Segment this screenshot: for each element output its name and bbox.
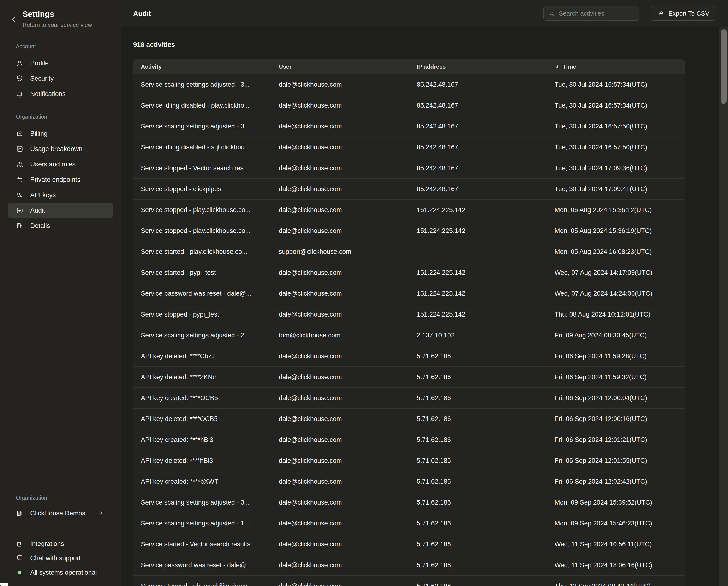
- activity-cell: Service password was reset - dale@...: [133, 562, 271, 569]
- topbar: Audit Export To CSV: [121, 0, 728, 27]
- table-row: Service idling disabled - sql.clickhou..…: [133, 137, 685, 158]
- column-header-activity[interactable]: Activity: [133, 64, 271, 70]
- time-cell: Tue, 30 Jul 2024 16:57:34(UTC): [547, 81, 685, 89]
- user-cell: dale@clickhouse.com: [271, 582, 409, 586]
- time-cell: Tue, 30 Jul 2024 16:57:50(UTC): [547, 144, 685, 151]
- table-row: API key created: ****OCB5 dale@clickhous…: [133, 388, 685, 409]
- scrollbar-thumb[interactable]: [721, 29, 727, 104]
- table-row: Service stopped - play.clickhouse.co... …: [133, 200, 685, 220]
- time-cell: Tue, 30 Jul 2024 16:57:34(UTC): [547, 102, 685, 109]
- column-header-label: IP address: [417, 64, 446, 70]
- activity-cell: API key created: ****bXWT: [133, 478, 271, 485]
- scrollbar-track[interactable]: [719, 27, 728, 586]
- user-cell: dale@clickhouse.com: [271, 562, 409, 569]
- sidebar-item-label: Users and roles: [30, 161, 76, 168]
- table-row: Service password was reset - dale@... da…: [133, 555, 685, 576]
- user-cell: dale@clickhouse.com: [271, 290, 409, 297]
- activity-cell: API key created: ****OCB5: [133, 394, 271, 402]
- sidebar-item-label: Private endpoints: [30, 176, 80, 184]
- ip-address-cell: 5.71.62.186: [409, 394, 547, 402]
- export-to-csv-button[interactable]: Export To CSV: [651, 6, 716, 21]
- window-corner-artifact: [0, 583, 8, 586]
- column-header-label: User: [279, 64, 291, 70]
- sidebar-item-usage-breakdown[interactable]: Usage breakdown: [8, 141, 113, 156]
- activity-cell: Service idling disabled - sql.clickhou..…: [133, 144, 271, 151]
- activity-cell: Service scaling settings adjusted - 2...: [133, 332, 271, 339]
- ip-address-cell: 5.71.62.186: [409, 373, 547, 381]
- time-cell: Thu, 08 Aug 2024 10:12:01(UTC): [547, 311, 685, 318]
- search-input[interactable]: [559, 10, 634, 17]
- sidebar-item-billing[interactable]: Billing: [8, 126, 113, 141]
- column-header-label: Time: [563, 64, 576, 70]
- building-icon: [16, 509, 24, 517]
- users-icon: [16, 161, 24, 168]
- ip-address-cell: 151.224.225.142: [409, 290, 547, 297]
- status-dot: [16, 569, 24, 577]
- sidebar-item-clickhouse-demos[interactable]: ClickHouse Demos: [8, 506, 113, 521]
- section-items: Profile Security Notifications: [0, 55, 121, 102]
- table-row: API key created: ****hBl3 dale@clickhous…: [133, 430, 685, 450]
- activity-cell: Service scaling settings adjusted - 3...: [133, 81, 271, 89]
- sidebar-item-chat-with-support[interactable]: Chat with support: [8, 551, 113, 565]
- search-icon: [548, 10, 555, 17]
- activity-cell: Service started - pypi_test: [133, 269, 271, 276]
- time-cell: Wed, 07 Aug 2024 14:17:09(UTC): [547, 269, 685, 276]
- sidebar-item-api-keys[interactable]: API keys: [8, 187, 113, 203]
- user-cell: dale@clickhouse.com: [271, 478, 409, 485]
- column-header-ip-address[interactable]: IP address: [409, 64, 547, 70]
- chat-icon: [16, 554, 24, 562]
- sidebar-item-security[interactable]: Security: [8, 71, 113, 86]
- sidebar-item-all-systems-operational[interactable]: All systems operational: [8, 565, 113, 580]
- sidebar-item-audit[interactable]: Audit: [8, 203, 113, 218]
- activity-cell: API key deleted: ****2KNc: [133, 373, 271, 381]
- chart-icon: [16, 145, 24, 153]
- table-row: Service scaling settings adjusted - 3...…: [133, 492, 685, 513]
- table-row: Service stopped - pypi_test dale@clickho…: [133, 304, 685, 325]
- activity-cell: Service stopped - pypi_test: [133, 311, 271, 318]
- sidebar-item-private-endpoints[interactable]: Private endpoints: [8, 172, 113, 187]
- user-cell: dale@clickhouse.com: [271, 81, 409, 89]
- ip-address-cell: 5.71.62.186: [409, 457, 547, 464]
- audit-icon: [16, 206, 24, 214]
- column-header-user[interactable]: User: [271, 64, 409, 70]
- sidebar-item-profile[interactable]: Profile: [8, 55, 113, 71]
- table-row: Service started - play.clickhouse.co... …: [133, 241, 685, 262]
- activity-cell: Service started - play.clickhouse.co...: [133, 248, 271, 255]
- user-cell: dale@clickhouse.com: [271, 206, 409, 214]
- column-header-time[interactable]: Time: [547, 64, 685, 70]
- activity-cell: API key deleted: ****CbzJ: [133, 352, 271, 360]
- sidebar-item-integrations[interactable]: Integrations: [8, 537, 113, 551]
- sidebar-header: Settings Return to your service view: [0, 0, 121, 28]
- table-row: Service scaling settings adjusted - 2...…: [133, 325, 685, 346]
- table-row: Service started - pypi_test dale@clickho…: [133, 262, 685, 283]
- user-cell: dale@clickhouse.com: [271, 499, 409, 506]
- ip-address-cell: 85.242.48.167: [409, 123, 547, 130]
- table-row: Service idling disabled - play.clickho..…: [133, 95, 685, 116]
- export-icon: [658, 10, 665, 17]
- time-cell: Fri, 06 Sep 2024 12:01:55(UTC): [547, 457, 685, 464]
- bell-icon: [16, 90, 24, 98]
- table-row: Service password was reset - dale@... da…: [133, 283, 685, 304]
- column-header-label: Activity: [141, 64, 162, 70]
- activities-count: 918 activities: [133, 41, 716, 49]
- ip-address-cell: 151.224.225.142: [409, 206, 547, 214]
- user-cell: dale@clickhouse.com: [271, 415, 409, 423]
- ip-address-cell: 5.71.62.186: [409, 436, 547, 444]
- sidebar-links: Integrations Chat with support All syste…: [0, 528, 121, 586]
- sidebar-item-notifications[interactable]: Notifications: [8, 86, 113, 102]
- ip-address-cell: 5.71.62.186: [409, 582, 547, 586]
- sidebar-item-label: Audit: [30, 207, 45, 214]
- sidebar-item-users-and-roles[interactable]: Users and roles: [8, 156, 113, 172]
- activity-cell: API key deleted: ****hBl3: [133, 457, 271, 464]
- sidebar-item-details[interactable]: Details: [8, 218, 113, 234]
- activity-cell: Service stopped - clickpipes: [133, 186, 271, 193]
- sidebar-subtitle[interactable]: Return to your service view: [23, 22, 92, 28]
- activity-cell: Service scaling settings adjusted - 3...: [133, 123, 271, 130]
- user-cell: tom@clickhouse.com: [271, 332, 409, 339]
- user-cell: dale@clickhouse.com: [271, 123, 409, 130]
- ip-address-cell: 151.224.225.142: [409, 269, 547, 276]
- back-button[interactable]: [10, 16, 17, 23]
- time-cell: Tue, 30 Jul 2024 16:57:50(UTC): [547, 123, 685, 130]
- search-box[interactable]: [544, 6, 640, 21]
- puzzle-icon: [16, 540, 24, 547]
